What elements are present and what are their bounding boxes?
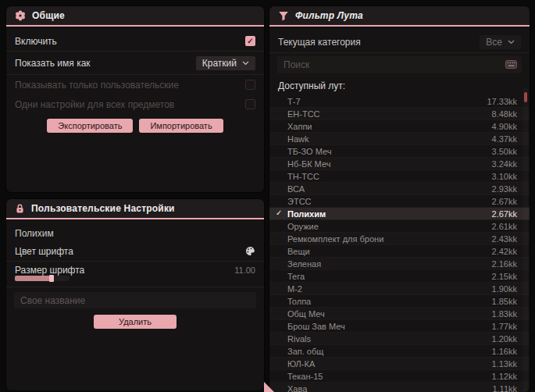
search-field [277, 56, 522, 73]
list-item[interactable]: Тега2.15kk [269, 270, 530, 283]
keyboard-icon[interactable] [505, 60, 517, 69]
slider-fill [15, 276, 51, 281]
item-value: 2.93kk [492, 184, 517, 194]
same-settings-label: Одни настройки для всех предметов [15, 99, 174, 110]
item-name: ВСА [287, 184, 305, 194]
list-item[interactable]: Нб-БК Меч3.24kk [269, 158, 530, 170]
font-size-slider[interactable] [6, 276, 264, 281]
slider-track[interactable] [15, 276, 70, 281]
enable-row: Включить [6, 31, 264, 51]
only-custom-row: Показывать только пользовательские [6, 75, 264, 94]
item-name: Толпа [287, 297, 311, 306]
list-item[interactable]: Оружие2.61kk [269, 220, 530, 233]
item-value: 3.24kk [492, 159, 517, 169]
item-value: 2.67kk [492, 209, 517, 219]
category-label: Текущая категория [278, 37, 361, 48]
item-name: Текан-15 [287, 372, 323, 381]
same-settings-checkbox[interactable] [245, 99, 255, 109]
list-item[interactable]: Толпа1.85kk [269, 295, 530, 308]
list-item[interactable]: ТН-ТСС3.10kk [269, 170, 530, 183]
chevron-down-icon [508, 40, 515, 45]
list-item[interactable]: ТБ-ЗО Меч3.50kk [269, 145, 530, 158]
list-item[interactable]: Hawk4.37kk [269, 133, 530, 145]
item-name-row: Полихим [6, 226, 264, 241]
item-name: Hawk [287, 134, 309, 144]
category-dropdown[interactable]: Все [480, 35, 521, 49]
only-custom-label: Показывать только пользовательские [15, 80, 179, 91]
item-value: 2.67kk [492, 197, 517, 206]
list-item[interactable]: Т-717.33kk [269, 95, 530, 108]
search-input[interactable] [277, 56, 522, 73]
panel-title: Общие [32, 10, 65, 21]
item-value: 2.15kk [492, 272, 517, 281]
item-value: 1.90kk [492, 284, 517, 294]
list-item[interactable]: Ремкомплект для брони2.43kk [269, 233, 530, 245]
list-item[interactable]: Зап. общ1.16kk [269, 345, 530, 358]
loot-filter-panel: Фильтр Лута Текущая категория Все [269, 6, 530, 392]
user-settings-panel-header[interactable]: Пользовательские Настройки [6, 199, 264, 218]
item-value: 2.16kk [492, 259, 517, 269]
item-name: Полихим [287, 209, 326, 219]
list-item[interactable]: ВСА2.93kk [269, 183, 530, 195]
slider-handle[interactable] [49, 275, 54, 282]
font-size-label: Размер шрифта [15, 265, 84, 276]
item-name: Ремкомплект для брони [287, 234, 383, 244]
item-name: ТН-ТСС [287, 172, 319, 181]
custom-name-input[interactable] [14, 292, 256, 308]
item-name: ЕН-ТСС [287, 109, 320, 119]
palette-icon[interactable] [245, 246, 255, 256]
item-name: ЮЛ-КА [287, 359, 315, 369]
enable-checkbox[interactable] [245, 36, 255, 46]
font-size-value: 11.00 [234, 265, 255, 275]
show-name-label: Показать имя как [15, 58, 91, 69]
list-item[interactable]: Текан-151.12kk [269, 370, 530, 383]
item-name: Оружие [287, 222, 319, 231]
loot-list-scrollbar[interactable] [523, 87, 528, 392]
item-name-label: Полихим [15, 228, 54, 239]
list-item[interactable]: ЮЛ-КА1.13kk [269, 358, 530, 370]
list-item[interactable]: Хаппи4.90kk [269, 120, 530, 133]
list-item[interactable]: Общ Меч1.83kk [269, 308, 530, 320]
item-value: 3.50kk [492, 147, 517, 156]
item-value: 4.90kk [492, 122, 517, 131]
list-item[interactable]: М-21.90kk [269, 283, 530, 295]
list-item[interactable]: Зеленая2.16kk [269, 258, 530, 270]
list-item[interactable]: Вещи2.42kk [269, 245, 530, 258]
scrollbar-thumb[interactable] [524, 92, 527, 102]
list-item[interactable]: Rivals1.20kk [269, 333, 530, 345]
item-value: 1.13kk [492, 359, 517, 369]
general-panel: Общие Включить Показать имя как Краткий [6, 6, 264, 192]
list-item[interactable]: ЭТСС2.67kk [269, 195, 530, 208]
item-value: 1.77kk [492, 322, 517, 331]
gear-icon [15, 10, 26, 21]
item-name: ЭТСС [287, 197, 312, 206]
loot-filter-panel-header[interactable]: Фильтр Лута [269, 6, 530, 25]
font-color-row: Цвет шрифта [6, 241, 264, 261]
item-value: 17.33kk [487, 97, 517, 106]
font-color-label: Цвет шрифта [15, 246, 73, 257]
item-name: Вещи [287, 247, 310, 256]
list-item[interactable]: ✓Полихим2.67kk [269, 208, 530, 220]
check-icon: ✓ [276, 208, 282, 217]
item-name: Общ Меч [287, 309, 325, 319]
item-value: 4.37kk [492, 134, 517, 144]
item-name: Зеленая [287, 259, 321, 269]
delete-button[interactable]: Удалить [94, 315, 177, 329]
import-button[interactable]: Импортировать [139, 119, 223, 133]
available-loot-label: Доступный лут: [269, 73, 530, 95]
funnel-icon [278, 11, 289, 21]
general-panel-header[interactable]: Общие [6, 6, 264, 25]
chevron-down-icon [242, 61, 249, 66]
item-value: 1.83kk [492, 309, 517, 319]
divider [269, 52, 530, 53]
list-item[interactable]: ЕН-ТСС8.48kk [269, 108, 530, 120]
show-name-dropdown[interactable]: Краткий [196, 56, 255, 70]
item-value: 1.85kk [492, 297, 517, 306]
only-custom-checkbox[interactable] [245, 80, 255, 90]
item-value: 1.20kk [492, 334, 517, 344]
item-name: Нб-БК Меч [287, 159, 330, 169]
export-button[interactable]: Экспортировать [47, 119, 133, 133]
item-value: 1.12kk [492, 372, 517, 381]
list-item[interactable]: Брош Зав Меч1.77kk [269, 320, 530, 333]
list-item[interactable]: Хава1.11kk [269, 383, 530, 392]
